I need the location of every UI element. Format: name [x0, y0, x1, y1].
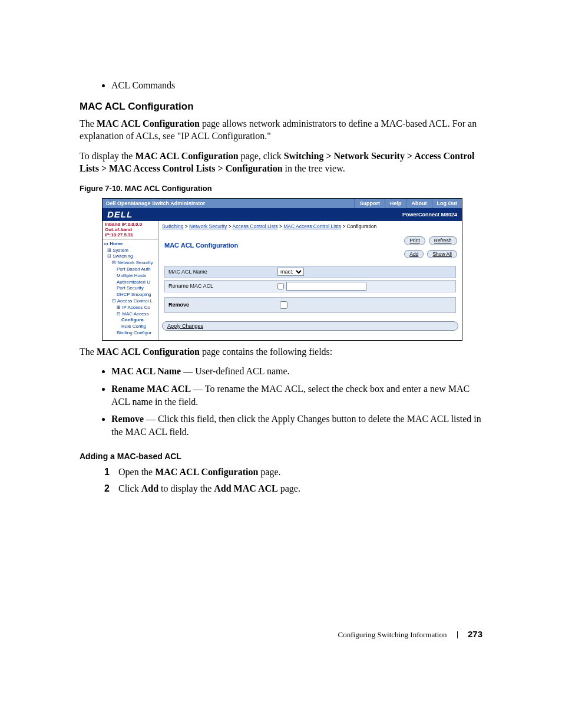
- breadcrumb-sep: >: [227, 223, 232, 229]
- step-2: Click Add to display the Add MAC ACL pag…: [104, 482, 482, 495]
- window-topbar: Dell OpenManage Switch Administrator Sup…: [103, 199, 462, 208]
- footer-divider: [457, 631, 458, 638]
- tree-item[interactable]: ⊟ Access Control L: [104, 298, 158, 305]
- steps-list: Open the MAC ACL Configuration page. Cli…: [80, 466, 482, 495]
- tree-item[interactable]: Rule Config: [104, 324, 158, 330]
- refresh-button[interactable]: Refresh: [429, 236, 457, 245]
- acl-commands-list: ACL Commands: [80, 79, 482, 92]
- page-footer: Configuring Switching Information 273: [338, 629, 482, 640]
- showall-button[interactable]: Show All: [427, 250, 457, 258]
- text: Open the: [118, 467, 155, 477]
- nav-tree[interactable]: ▭ Home⊞ System⊟ Switching⊟ Network Secur…: [103, 240, 158, 340]
- tree-item[interactable]: Port Security: [104, 285, 158, 292]
- apply-changes-button[interactable]: Apply Changes: [162, 321, 458, 331]
- text-bold: MAC ACL Configuration: [97, 347, 200, 357]
- action-buttons: Print Refresh Add Show All: [404, 236, 457, 258]
- about-button[interactable]: About: [406, 199, 432, 208]
- tree-item[interactable]: ⊟ Network Security: [104, 260, 158, 266]
- heading-adding-mac-acl: Adding a MAC-based ACL: [80, 451, 482, 462]
- row-rename-mac-acl: Rename MAC ACL: [164, 280, 456, 292]
- tree-item[interactable]: ⊞ IP Access Co: [104, 305, 158, 311]
- print-button[interactable]: Print: [404, 236, 425, 245]
- tree-item[interactable]: Binding Configur: [104, 330, 158, 337]
- breadcrumb-current: Configuration: [347, 223, 377, 229]
- text: page, click: [239, 151, 284, 161]
- bullet-acl-commands: ACL Commands: [111, 79, 482, 92]
- tree-item[interactable]: ⊟ Switching: [104, 253, 158, 260]
- field-item: Remove — Click this field, then click th…: [111, 413, 482, 438]
- support-button[interactable]: Support: [354, 199, 385, 208]
- text: in the tree view.: [283, 163, 345, 173]
- oob-ip: Out-of-band IP:10.27.5.31: [105, 228, 156, 238]
- para-page-fields: The MAC ACL Configuration page contains …: [80, 345, 482, 358]
- input-rename[interactable]: [286, 282, 366, 291]
- text: page.: [258, 467, 280, 477]
- label-remove: Remove: [168, 301, 277, 308]
- row-remove: Remove: [164, 297, 456, 313]
- checkbox-remove[interactable]: [280, 301, 287, 309]
- logout-button[interactable]: Log Out: [432, 199, 462, 208]
- text-bold: MAC ACL Configuration: [135, 151, 238, 161]
- heading-mac-acl-configuration: MAC ACL Configuration: [80, 100, 482, 114]
- step-1: Open the MAC ACL Configuration page.: [104, 466, 482, 479]
- page-number: 273: [468, 629, 482, 639]
- select-mac-acl-name[interactable]: mac1: [277, 268, 304, 276]
- breadcrumb-link[interactable]: Switching: [162, 223, 183, 229]
- text: to display the: [158, 483, 214, 493]
- para-mac-acl-path: To display the MAC ACL Configuration pag…: [80, 150, 482, 175]
- help-button[interactable]: Help: [385, 199, 406, 208]
- tree-item[interactable]: DHCP Snooping: [104, 292, 158, 298]
- text: To display the: [80, 151, 135, 161]
- field-text: — Click this field, then click the Apply…: [111, 414, 481, 437]
- text-bold: Add MAC ACL: [214, 483, 277, 493]
- breadcrumb-sep: >: [278, 223, 284, 229]
- dell-logo: DELL: [103, 209, 402, 220]
- label-rename-mac-acl: Rename MAC ACL: [168, 282, 277, 289]
- field-item: Rename MAC ACL — To rename the MAC ACL, …: [111, 383, 482, 408]
- field-term: Rename MAC ACL: [111, 384, 191, 394]
- field-descriptions: MAC ACL Name — User-defined ACL name.Ren…: [80, 365, 482, 438]
- brand-bar: DELL PowerConnect M8024: [103, 208, 462, 221]
- field-text: — User-defined ACL name.: [181, 366, 289, 376]
- text-bold: MAC ACL Configuration: [97, 118, 200, 129]
- text-bold: MAC ACL Configuration: [155, 467, 258, 477]
- tree-item[interactable]: Port Based Auth: [104, 266, 158, 273]
- breadcrumb-link[interactable]: MAC Access Control Lists: [283, 223, 341, 229]
- footer-title: Configuring Switching Information: [338, 630, 447, 639]
- breadcrumb-link[interactable]: Access Control Lists: [233, 223, 278, 229]
- breadcrumb: Switching > Network Security > Access Co…: [162, 223, 458, 230]
- label-mac-acl-name: MAC ACL Name: [168, 268, 277, 275]
- tree-item[interactable]: Configura: [104, 317, 158, 324]
- field-term: MAC ACL Name: [111, 366, 181, 376]
- tree-item[interactable]: Authenticated U: [104, 279, 158, 286]
- ip-info: Inband IP:0.0.0.0 Out-of-band IP:10.27.5…: [103, 221, 158, 239]
- breadcrumb-sep: >: [183, 223, 189, 229]
- main-panel: Switching > Network Security > Access Co…: [158, 221, 462, 340]
- sidebar: Inband IP:0.0.0.0 Out-of-band IP:10.27.5…: [103, 221, 158, 340]
- window-title: Dell OpenManage Switch Administrator: [103, 200, 354, 207]
- text: Click: [118, 483, 141, 493]
- breadcrumb-sep: >: [341, 223, 347, 229]
- text: The: [80, 347, 97, 357]
- screenshot-mac-acl-configuration: Dell OpenManage Switch Administrator Sup…: [102, 198, 462, 340]
- tree-item[interactable]: ▭ Home: [104, 241, 158, 248]
- tree-item[interactable]: ⊞ System: [104, 248, 158, 254]
- para-mac-acl-intro: The MAC ACL Configuration page allows ne…: [80, 117, 482, 143]
- breadcrumb-link[interactable]: Network Security: [189, 223, 227, 229]
- product-name: PowerConnect M8024: [402, 211, 462, 218]
- text-bold: Add: [141, 483, 158, 493]
- tree-item[interactable]: ⊟ MAC Access: [104, 311, 158, 318]
- text: page contains the following fields:: [200, 347, 332, 357]
- add-button[interactable]: Add: [404, 250, 424, 258]
- figure-caption: Figure 7-10. MAC ACL Configuration: [80, 183, 482, 194]
- checkbox-rename[interactable]: [277, 283, 284, 289]
- field-item: MAC ACL Name — User-defined ACL name.: [111, 365, 482, 378]
- text: The: [80, 118, 97, 129]
- text: page.: [278, 483, 300, 493]
- row-mac-acl-name: MAC ACL Name mac1: [164, 266, 456, 278]
- field-term: Remove: [111, 414, 144, 424]
- tree-item[interactable]: Multiple Hosts: [104, 273, 158, 279]
